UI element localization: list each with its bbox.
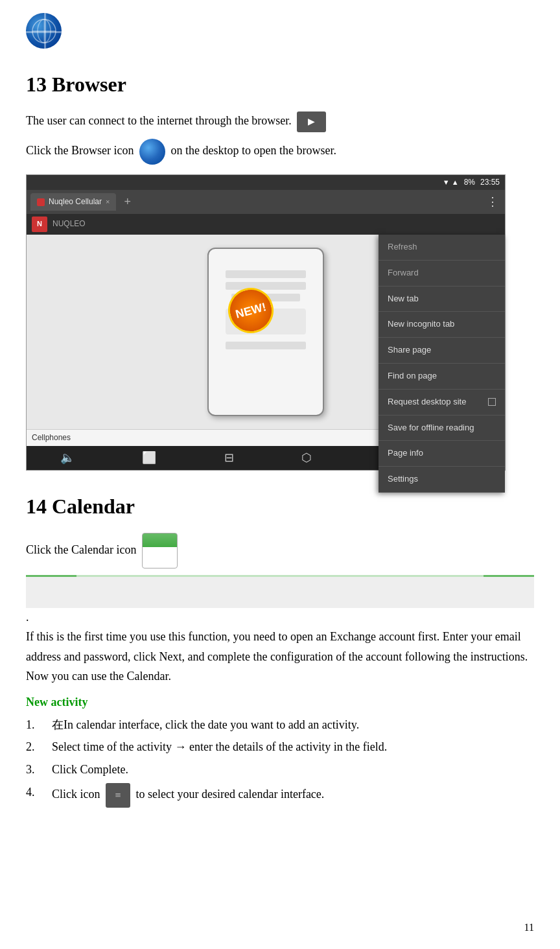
click-calendar-text: Click the Calendar icon [26,533,534,568]
menu-item-offline[interactable]: Save for offline reading [379,416,505,441]
svg-point-1 [38,19,51,43]
context-menu[interactable]: Refresh Forward New tab New incognito ta… [379,235,505,493]
menu-item-new-tab[interactable]: New tab [379,287,505,312]
step-2-number: 2. [26,738,52,756]
wifi-icon: ▼ ▲ [443,177,459,189]
section-13-title: 13 Browser [26,68,534,101]
menu-item-share[interactable]: Share page [379,338,505,364]
section-14-title: 14 Calendar [26,490,534,523]
svg-point-0 [32,19,56,43]
menu-item-incognito[interactable]: New incognito tab [379,312,505,338]
menu-item-page-info[interactable]: Page info [379,441,505,467]
calendar-description: If this is the first time you use this f… [26,627,534,686]
browser-logo: N [32,217,47,232]
click-browser-text: Click the Browser icon on the desktop to… [26,139,534,165]
browser-addressbar: N NUQLEO [27,214,505,235]
browser-content: NEW! Refresh Forward New tab New inco [27,235,505,429]
browser-intro: The user can connect to the internet thr… [26,111,534,132]
nav-icon-home[interactable]: ⬡ [301,449,312,467]
nav-icon-square[interactable]: ⬜ [142,449,156,467]
desktop-site-checkbox[interactable] [488,398,496,406]
nav-icon-recents[interactable]: ⊟ [224,449,234,467]
tab-close-button[interactable]: × [106,196,110,208]
new-activity-heading: New activity [26,693,534,712]
step-1-text: 在In calendar interface, click the date y… [52,716,534,734]
browser-statusbar: ▼ ▲ 8% 23:55 [27,175,505,190]
step-3-text: Click Complete. [52,760,534,779]
browser-tabbar: Nuqleo Cellular × + ⋮ [27,190,505,214]
page-header [26,13,534,49]
globe-small-icon [139,139,165,165]
browser-screenshot: ▼ ▲ 8% 23:55 Nuqleo Cellular × + ⋮ N NUQ… [26,174,506,471]
step-4: 4. Click icon ≡ to select your desired c… [26,783,534,808]
menu-item-settings[interactable]: Settings [379,467,505,493]
step-3-number: 3. [26,760,52,779]
tab-label: Nuqleo Cellular [49,196,102,208]
step-4-number: 4. [26,783,52,802]
menu-item-desktop-site[interactable]: Request desktop site [379,390,505,416]
step-2-text: Select time of the activity → enter the … [52,738,534,756]
browser-tab[interactable]: Nuqleo Cellular × [30,193,116,211]
step-2: 2. Select time of the activity → enter t… [26,738,534,756]
small-icon-inline: ≡ [106,783,130,808]
nav-icon-volume-down[interactable]: 🔈 [60,449,75,467]
video-icon-inline [297,111,326,132]
tab-add-button[interactable]: + [120,193,135,211]
time-display: 23:55 [480,176,500,189]
battery-status: 8% [464,176,475,189]
browser-menu-button[interactable]: ⋮ [484,193,501,211]
step-1-number: 1. [26,716,52,734]
step-3: 3. Click Complete. [26,760,534,779]
activity-steps-list: 1. 在In calendar interface, click the dat… [26,716,534,808]
calendar-icon-inline [142,533,178,568]
step-4-text-after: to select your desired calendar interfac… [136,788,325,801]
menu-item-refresh[interactable]: Refresh [379,235,505,261]
step-4-text-before: Click icon [52,788,100,801]
tab-favicon [37,198,45,206]
step-4-content: Click icon ≡ to select your desired cale… [52,783,534,808]
calendar-select-icon: ≡ [106,783,130,808]
menu-item-forward[interactable]: Forward [379,261,505,287]
globe-icon [26,13,62,49]
phone-mockup: NEW! [207,248,324,416]
step-1: 1. 在In calendar interface, click the dat… [26,716,534,734]
page-number: 11 [524,919,534,936]
menu-item-find[interactable]: Find on page [379,364,505,390]
brand-text: NUQLEO [52,218,86,230]
